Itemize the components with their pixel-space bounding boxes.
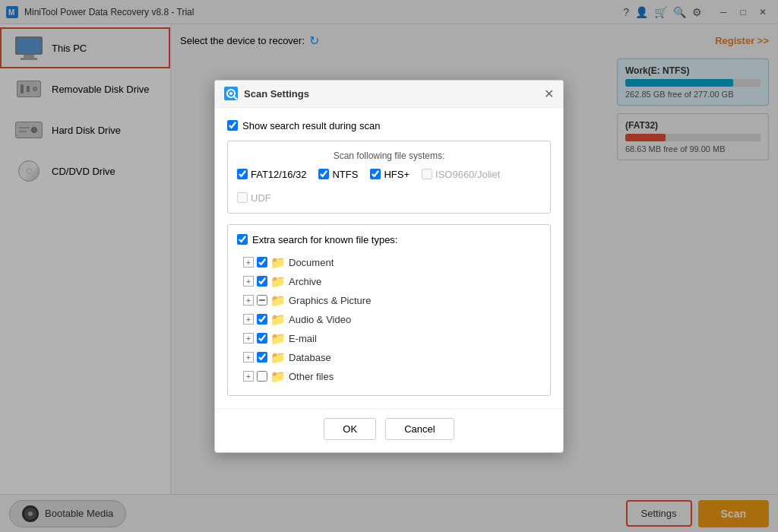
- expand-archive[interactable]: +: [243, 276, 254, 287]
- extra-section: Extra search for known file types: + 📁 D…: [227, 224, 551, 396]
- tree-item-other: + 📁 Other files: [243, 367, 541, 386]
- cancel-button[interactable]: Cancel: [385, 418, 454, 440]
- other-checkbox[interactable]: [257, 371, 267, 382]
- fs-option-ntfs: NTFS: [318, 169, 358, 180]
- ntfs-label: NTFS: [332, 169, 358, 180]
- fs-options-area: FAT12/16/32 NTFS HFS+ ISO9660/Joliet: [237, 169, 541, 204]
- ntfs-checkbox[interactable]: [318, 169, 329, 179]
- modal-header: Scan Settings ✕: [215, 81, 563, 108]
- hfs-checkbox[interactable]: [370, 169, 381, 179]
- udf-label: UDF: [251, 192, 271, 204]
- graphics-checkbox[interactable]: [257, 295, 267, 306]
- modal-body: Show search result during scan Scan foll…: [215, 108, 563, 408]
- email-label: E-mail: [289, 333, 317, 344]
- iso-label: ISO9660/Joliet: [435, 169, 500, 180]
- tree-item-audio: + 📁 Audio & Video: [243, 310, 541, 329]
- tree-item-email: + 📁 E-mail: [243, 329, 541, 348]
- fs-option-iso: ISO9660/Joliet: [422, 169, 500, 180]
- scan-settings-modal: Scan Settings ✕ Show search result durin…: [214, 80, 564, 453]
- folder-icon-database: 📁: [270, 350, 286, 365]
- extra-search-checkbox[interactable]: [237, 234, 248, 245]
- database-label: Database: [289, 352, 331, 363]
- show-result-label: Show search result during scan: [242, 120, 380, 131]
- fs-option-udf: UDF: [237, 192, 271, 204]
- expand-audio[interactable]: +: [243, 314, 254, 325]
- fs-option-hfs: HFS+: [370, 169, 410, 180]
- modal-footer: OK Cancel: [215, 408, 563, 452]
- expand-database[interactable]: +: [243, 352, 254, 363]
- modal-title-area: Scan Settings: [224, 87, 309, 100]
- fat-label: FAT12/16/32: [251, 169, 306, 180]
- graphics-label: Graphics & Picture: [289, 295, 371, 306]
- email-checkbox[interactable]: [257, 333, 267, 344]
- fs-option-fat: FAT12/16/32: [237, 169, 306, 180]
- extra-header: Extra search for known file types:: [237, 234, 541, 245]
- expand-other[interactable]: +: [243, 371, 254, 382]
- expand-graphics[interactable]: +: [243, 295, 254, 306]
- database-checkbox[interactable]: [257, 352, 267, 363]
- audio-checkbox[interactable]: [257, 314, 267, 325]
- modal-overlay: Scan Settings ✕ Show search result durin…: [0, 0, 778, 532]
- expand-email[interactable]: +: [243, 333, 254, 344]
- scan-settings-icon: [224, 87, 238, 100]
- document-checkbox[interactable]: [257, 257, 267, 268]
- tree-item-archive: + 📁 Archive: [243, 272, 541, 291]
- svg-point-4: [229, 92, 232, 95]
- document-label: Document: [289, 257, 334, 268]
- other-label: Other files: [289, 371, 334, 382]
- iso-checkbox[interactable]: [422, 169, 432, 179]
- archive-checkbox[interactable]: [257, 276, 267, 287]
- show-result-row: Show search result during scan: [227, 120, 551, 131]
- tree-item-document: + 📁 Document: [243, 253, 541, 272]
- archive-label: Archive: [289, 276, 321, 287]
- udf-checkbox[interactable]: [237, 192, 248, 203]
- tree-item-database: + 📁 Database: [243, 348, 541, 367]
- extra-search-label: Extra search for known file types:: [252, 234, 397, 245]
- folder-icon-document: 📁: [270, 255, 286, 270]
- expand-document[interactable]: +: [243, 257, 254, 268]
- file-types-tree: + 📁 Document + 📁 Archive +: [237, 253, 541, 386]
- hfs-label: HFS+: [384, 169, 410, 180]
- audio-label: Audio & Video: [289, 314, 351, 325]
- folder-icon-email: 📁: [270, 331, 286, 346]
- show-result-checkbox[interactable]: [227, 120, 238, 131]
- modal-close-button[interactable]: ✕: [544, 87, 554, 101]
- folder-icon-audio: 📁: [270, 312, 286, 327]
- fat-checkbox[interactable]: [237, 169, 248, 179]
- fs-section-title: Scan following file systems:: [237, 150, 541, 161]
- folder-icon-other: 📁: [270, 369, 286, 384]
- modal-title: Scan Settings: [244, 88, 309, 100]
- folder-icon-archive: 📁: [270, 274, 286, 289]
- folder-icon-graphics: 📁: [270, 293, 286, 308]
- filesystem-section: Scan following file systems: FAT12/16/32…: [227, 141, 551, 214]
- ok-button[interactable]: OK: [324, 418, 376, 440]
- tree-item-graphics: + 📁 Graphics & Picture: [243, 291, 541, 310]
